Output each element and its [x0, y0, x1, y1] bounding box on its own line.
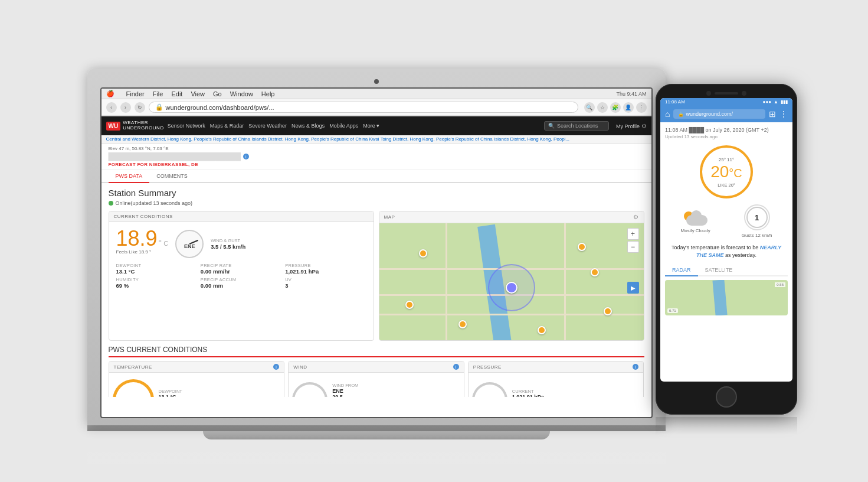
extensions-btn[interactable]: 🧩 [610, 102, 621, 113]
pws-pressure-gauge: CURRENT 1,021.91 hPa [469, 373, 644, 397]
wu-nav-items: Sensor Network Maps & Radar Severe Weath… [168, 123, 541, 129]
phone-status-icons: ●●● ▲ ▮▮▮ [763, 99, 788, 105]
pressure-label: PRESSURE [285, 263, 366, 268]
pws-pressure-header: PRESSURE i [469, 362, 644, 373]
wu-my-profile[interactable]: My Profile ⚙ [616, 123, 647, 129]
precip-accum-value: 0.00 mm [201, 282, 281, 289]
pws-wind-from-label: WIND FROM [332, 383, 358, 388]
nav-severe-weather[interactable]: Severe Weather [248, 123, 287, 129]
phone-body: 11:08 AM ●●● ▲ ▮▮▮ ⌂ 🔒 wunderground.com/… [656, 84, 797, 415]
menubar-view[interactable]: View [191, 90, 205, 97]
settings-gear-icon[interactable]: ⚙ [641, 123, 647, 129]
map-road-h3 [379, 314, 644, 315]
pws-wind-info-icon[interactable]: i [453, 364, 459, 370]
menu-btn[interactable]: ⋮ [636, 102, 647, 113]
search-icon: 🔍 [548, 123, 555, 129]
pws-panels: TEMPERATURE i DEWPOINT [109, 361, 644, 397]
humidity-value: 69 % [116, 282, 197, 289]
tab-radar[interactable]: RADAR [665, 265, 698, 276]
phone-main-temp-row: 20 °C [710, 164, 742, 180]
nav-news-blogs[interactable]: News & Blogs [291, 123, 325, 129]
online-status: Online(updated 13 seconds ago) [109, 200, 644, 206]
phone-home-icon[interactable]: ⌂ [665, 109, 670, 119]
precip-rate-item: PRECIP RATE 0.00 mm/hr [201, 263, 281, 275]
pws-current-pressure-display: CURRENT 1,021.91 hPa [512, 389, 544, 397]
forecast-for-text: FORECAST FOR NIEDERKASSEL, DE [109, 162, 644, 167]
reload-button[interactable]: ↻ [135, 102, 145, 113]
nav-more[interactable]: More ▾ [363, 123, 379, 129]
phone-map-preview: 0.55 0.71 [665, 280, 788, 315]
tab-pws-data[interactable]: PWS DATA [109, 170, 150, 183]
phone-temp-display: 25° 11° 20 °C LIKE 20° [665, 145, 788, 198]
menubar-help[interactable]: Help [261, 90, 275, 97]
conditions-header-text: CURRENT CONDITIONS [114, 214, 173, 219]
phone-url-bar[interactable]: 🔒 wunderground.com/ [673, 109, 765, 119]
phone-time: 11:08 AM [665, 99, 685, 105]
menubar-edit[interactable]: Edit [171, 90, 182, 97]
menubar-window[interactable]: Window [230, 90, 253, 97]
map-play-btn[interactable]: ▶ [627, 282, 639, 294]
menubar-file[interactable]: File [153, 90, 163, 97]
precip-rate-label: PRECIP RATE [201, 263, 281, 268]
bookmarks-bar: Central and Western District, Hong Kong,… [101, 135, 651, 144]
wind-gust-circle: 1 [744, 204, 770, 230]
uv-item: UV 3 [285, 277, 366, 289]
phone-wifi-icon: ▲ [774, 99, 778, 105]
map-marker-1 [419, 249, 427, 258]
uv-label: UV [285, 277, 366, 282]
url-bar[interactable]: 🔒 wunderground.com/dashboard/pws/... [149, 102, 578, 113]
phone-home-button[interactable] [716, 386, 737, 408]
conditions-panel-body: 18.9 ° C Feels Like 18.9 ° [109, 222, 374, 295]
laptop-hinge [87, 425, 666, 431]
tab-satellite[interactable]: SATELLITE [698, 265, 740, 275]
map-zoom-out-btn[interactable]: − [627, 241, 639, 253]
conditions-grid: CURRENT CONDITIONS 18.9 ° [109, 211, 644, 341]
info-icon[interactable]: i [243, 154, 249, 159]
temp-arc [113, 379, 154, 397]
phone-hi-lo: 25° 11° [719, 157, 734, 162]
conditions-panel-header: CURRENT CONDITIONS [109, 211, 374, 222]
nav-maps-radar[interactable]: Maps & Radar [210, 123, 244, 129]
pws-wind-panel: WIND i WIND FROM [288, 361, 464, 397]
temp-gauge-arc [113, 376, 154, 397]
map-settings-icon[interactable]: ⚙ [633, 214, 639, 220]
map-zoom-in-btn[interactable]: + [627, 228, 639, 240]
phone-menu-btn[interactable]: ⋮ [779, 109, 788, 119]
menubar-time: Thu 9:41 AM [616, 91, 646, 97]
station-name: ████████████ ██████████████ i [109, 152, 644, 161]
phone-top-area [660, 91, 792, 96]
bookmark-btn[interactable]: ☆ [597, 102, 608, 113]
phone-time-info: 11:08 AM ████ on July 26, 2020 (GMT +2) [665, 127, 788, 133]
forward-button[interactable]: › [120, 102, 131, 113]
temperature-value: 18.9 [116, 228, 158, 249]
map-zoom-controls: + − [627, 228, 639, 253]
map-center-marker [506, 282, 517, 294]
pws-dewpoint-display: DEWPOINT 13.1 °C [159, 389, 182, 397]
nav-mobile-apps[interactable]: Mobile Apps [329, 123, 358, 129]
laptop-body: 🍎 Finder File Edit View Go Window Help T… [87, 69, 666, 425]
temp-wind-row: 18.9 ° C Feels Like 18.9 ° [116, 228, 366, 259]
cloud-main [686, 215, 707, 226]
map-header-text: MAP [384, 214, 395, 220]
laptop-screen: 🍎 Finder File Edit View Go Window Help T… [100, 87, 653, 418]
precip-accum-item: PRECIP ACCUM 0.00 mm [201, 277, 281, 289]
menubar-finder[interactable]: Finder [126, 90, 145, 97]
phone-battery-icon: ▮▮▮ [781, 99, 788, 105]
nav-sensor-network[interactable]: Sensor Network [168, 123, 205, 129]
wu-logo-text: WEATHERUNDERGROUND [123, 120, 164, 131]
back-button[interactable]: ‹ [106, 102, 117, 113]
pws-pressure-info-icon[interactable]: i [633, 364, 638, 370]
phone-status-bar: 11:08 AM ●●● ▲ ▮▮▮ [660, 98, 792, 106]
phone-tabs-btn[interactable]: ⊞ [769, 109, 776, 119]
menubar-go[interactable]: Go [213, 90, 222, 97]
dewpoint-value: 13.1 °C [116, 268, 197, 275]
account-btn[interactable]: 👤 [623, 102, 634, 113]
tab-comments[interactable]: COMMENTS [149, 170, 195, 183]
uv-value: 3 [285, 282, 366, 289]
pws-temp-info-icon[interactable]: i [273, 364, 279, 370]
pws-current-pressure-value: 1,021.91 hPa [512, 394, 544, 397]
phone-conditions-row: Mostly Cloudy 1 Gusts 12 km/h [665, 204, 788, 238]
zoom-out-btn[interactable]: 🔍 [584, 102, 595, 113]
phone-temp-lo: 11° [727, 157, 734, 162]
wu-search-bar[interactable]: 🔍 Search Locations [544, 121, 609, 131]
